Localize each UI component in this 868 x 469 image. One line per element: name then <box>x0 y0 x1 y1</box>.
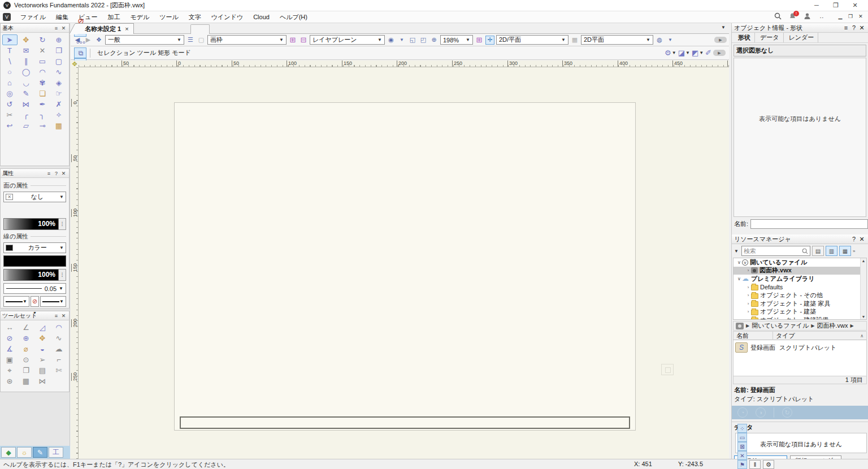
multi-view-icon[interactable]: ⊞ <box>475 36 484 45</box>
table-row[interactable]: 登録画面 スクリプトパレット <box>734 340 866 355</box>
tree-row[interactable]: › オブジェクト - 建築 <box>734 308 866 316</box>
scale-bar-tool[interactable]: ▤ <box>35 365 50 376</box>
tree-scrollbar[interactable]: ▲ ▼ <box>860 258 866 319</box>
palette-help-icon[interactable]: ? <box>850 24 858 31</box>
marker-disabled-icon[interactable]: ⊘ <box>31 296 39 307</box>
more-menu-icon[interactable]: ‥ <box>817 12 826 21</box>
gear-icon[interactable]: ⚙▼ <box>665 49 676 57</box>
account-icon[interactable] <box>802 12 811 21</box>
class-select[interactable]: 一般▼ <box>105 35 184 45</box>
snap-intersection-icon[interactable]: ✕ <box>737 451 747 460</box>
selection-tool[interactable]: ➤ <box>2 34 18 45</box>
doc-minimize-button[interactable]: ▁ <box>835 12 845 21</box>
object-name-input[interactable] <box>750 219 868 229</box>
face-opacity-slider[interactable]: 100% <box>3 218 59 230</box>
line-weight-select[interactable]: 0.05 ▼ <box>3 283 66 294</box>
eraser-tool[interactable]: ▱ <box>19 120 34 131</box>
view-bar-overflow-button[interactable]: ▶ <box>714 37 727 43</box>
tree-row[interactable]: › 図面枠.vwx <box>734 267 866 275</box>
class-options-icon[interactable]: ◆ <box>1 447 16 458</box>
zoom-level-select[interactable]: 198%▼ <box>440 35 473 45</box>
paint-roller-tool[interactable]: ▦ <box>51 120 67 131</box>
scroll-down-icon[interactable]: ▼ <box>861 315 866 319</box>
breadcrumb-item[interactable]: 図面枠.vwx <box>817 322 848 330</box>
text-tool[interactable]: T <box>2 45 18 56</box>
trim-tool[interactable]: ✗ <box>51 99 67 110</box>
drawing-canvas[interactable] <box>79 67 729 459</box>
center-mark-tool[interactable]: ⊕ <box>19 333 34 344</box>
menu-item[interactable]: 加工 <box>103 14 125 20</box>
revision-cloud-tool[interactable]: ☁ <box>51 344 67 354</box>
copy-attributes-tool[interactable]: ❏ <box>35 88 50 99</box>
callout-tool[interactable]: ✉ <box>19 45 34 56</box>
line-opacity-slider[interactable]: 100% <box>3 269 59 281</box>
palette-close-icon[interactable]: ✕ <box>60 313 67 319</box>
sheet-border-rectangle[interactable] <box>174 102 636 431</box>
circle-tool[interactable]: ○ <box>2 67 18 77</box>
new-tab-stub[interactable] <box>190 24 210 34</box>
arc-tool[interactable]: ◠ <box>35 67 50 77</box>
rectangle-tool[interactable]: ▭ <box>35 56 50 67</box>
render-mode-icon[interactable]: ◍ <box>655 36 664 45</box>
chamfer-tool[interactable]: ╮ <box>35 110 50 120</box>
probe-tool[interactable]: ⊙ <box>19 354 34 365</box>
snap-object-icon[interactable]: ▭ <box>737 433 747 442</box>
fit-page-icon[interactable]: ◱ <box>408 36 417 45</box>
rounded-rectangle-tool[interactable]: ▢ <box>51 56 67 67</box>
globe-tool[interactable]: ⊛ <box>2 376 18 387</box>
menu-item[interactable]: 編集 <box>51 14 73 20</box>
linear-dimension-tool[interactable]: ↔ <box>2 322 18 333</box>
resource-overflow-icon[interactable]: » <box>853 249 855 254</box>
tree-chevron-icon[interactable]: › <box>745 309 751 314</box>
offset-tool[interactable]: ↩ <box>2 120 18 131</box>
tab-close-icon[interactable]: × <box>125 25 128 32</box>
projection-select[interactable]: 2D平面▼ <box>581 35 653 45</box>
tab-list-dropdown-icon[interactable]: ▼ <box>721 25 726 30</box>
double-line-tool[interactable]: ∥ <box>19 56 34 67</box>
line-tool[interactable]: ∖ <box>2 56 18 67</box>
ellipse-tool[interactable]: ◯ <box>19 67 34 77</box>
face-style-select[interactable]: ✕ なし ▼ <box>3 192 66 202</box>
selection-option-icon[interactable]: ⧉ <box>74 47 86 58</box>
attribute-pen-tool[interactable]: ✒ <box>35 99 50 110</box>
push-pin-icon[interactable]: ✐ <box>705 49 711 57</box>
arrow-tool[interactable]: ➢ <box>35 354 50 365</box>
render-mode-dropdown-icon[interactable]: ▼ <box>666 36 675 45</box>
palette-menu-icon[interactable]: ≡ <box>53 313 60 319</box>
end-marker-select[interactable]: ▼ <box>40 296 66 307</box>
select-similar-tool[interactable]: ☞ <box>51 88 67 99</box>
tree-row[interactable]: › オブジェクト - 建築設備 <box>734 316 866 320</box>
line-style-select[interactable]: カラー ▼ <box>3 242 66 253</box>
regular-polygon-tool[interactable]: ◈ <box>51 77 67 88</box>
pan-tool[interactable]: ✥ <box>19 34 34 45</box>
surface-style-icon[interactable]: ◪▼ <box>678 49 690 57</box>
multi-reshape-mode-icon[interactable]: ∘∘∘ <box>74 37 86 47</box>
section-line-tool[interactable]: ∿ <box>51 333 67 344</box>
edit-style-icon[interactable]: ✎ <box>33 447 47 458</box>
snap-grid-icon[interactable]: ⁘ <box>737 424 747 433</box>
connect-combine-tool[interactable]: ⊸ <box>35 120 50 131</box>
snap-settings-button[interactable]: ⚙ <box>763 460 774 469</box>
tree-row[interactable]: ∨ v 開いているファイル <box>734 258 866 267</box>
search-filter-dropdown-icon[interactable]: ▼ <box>734 249 740 254</box>
layer-visibility-icon[interactable]: ⊟ <box>299 36 308 45</box>
palette-menu-icon[interactable]: ≡ <box>53 25 60 31</box>
brush-tool[interactable]: ✎ <box>19 88 34 99</box>
split-view-button[interactable]: ▤ <box>812 246 824 256</box>
preview-rotate-icon[interactable]: ↻ <box>782 407 792 418</box>
scroll-up-icon[interactable]: ▲ <box>861 259 866 263</box>
polygon-tool[interactable]: ⌂ <box>2 77 18 88</box>
mode-bar-overflow-button[interactable]: ▶ <box>713 50 726 56</box>
document-tab[interactable]: 名称未設定 1 × <box>75 23 134 34</box>
radial-dimension-tool[interactable]: ◿ <box>35 322 50 333</box>
tree-row[interactable]: ∨ ☁ プレミアムライブラリ <box>734 275 866 283</box>
menu-item[interactable]: ツール <box>154 14 184 20</box>
tree-chevron-icon[interactable]: › <box>745 285 751 290</box>
rotate-tool[interactable]: ↺ <box>2 99 18 110</box>
tree-row[interactable]: › オブジェクト - 建築 家具 <box>734 299 866 308</box>
tree-chevron-icon[interactable]: ∨ <box>736 276 742 281</box>
palette-help-icon[interactable]: ? <box>53 171 60 176</box>
working-plane-select[interactable]: レイヤプレーン▼ <box>310 35 385 45</box>
angular-dimension-tool[interactable]: ∠ <box>19 322 34 333</box>
view-cycle-icon[interactable]: ◉ <box>387 36 396 45</box>
